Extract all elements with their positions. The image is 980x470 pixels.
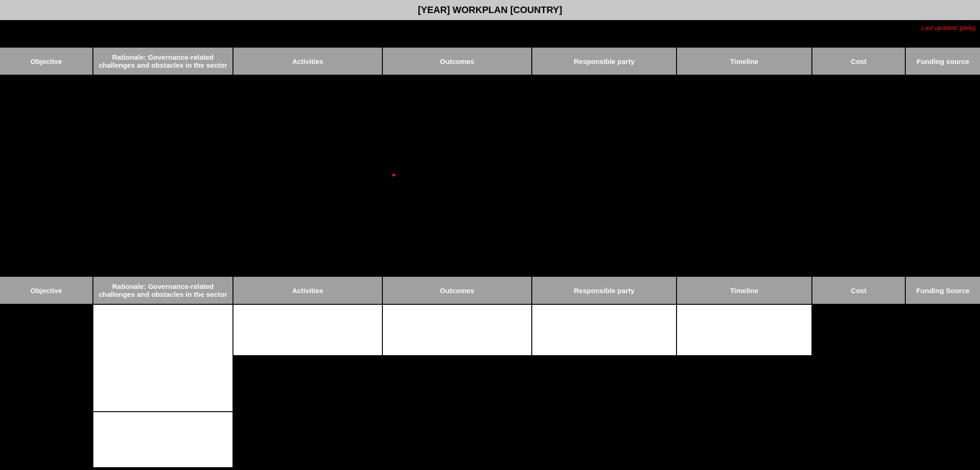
data-cell-responsible-row1[interactable] (532, 305, 677, 356)
page-container: [YEAR] WORKPLAN [COUNTRY] Last updated: … (0, 0, 980, 468)
header-activities-1: Activities (233, 48, 383, 76)
header-activities-2: Activities (233, 277, 383, 305)
data-cell-outcomes-row2[interactable] (383, 412, 532, 468)
data-cell-timeline-row1[interactable] (677, 305, 812, 356)
data-cell-funding-row2[interactable] (906, 412, 980, 468)
data-cell-rationale-row1[interactable] (93, 305, 233, 412)
header-timeline-2: Timeline (677, 277, 812, 305)
header-outcomes-1: Outcomes (383, 48, 532, 76)
data-cell-objective-row1[interactable] (0, 305, 93, 412)
data-cell-outcomes-row1[interactable] (383, 305, 532, 356)
header-funding-2: Funding Source (906, 277, 980, 305)
header-cost-2: Cost (812, 277, 906, 305)
black-content-area (0, 76, 980, 276)
data-cell-objective-row2-spacer (0, 412, 93, 468)
header-outcomes-2: Outcomes (383, 277, 532, 305)
header-row-2: Objective Rationale: Governance-related … (0, 276, 980, 305)
header-timeline-1: Timeline (677, 48, 812, 76)
date-row: Last updated: [date} (0, 21, 980, 34)
cursor (392, 174, 395, 176)
data-cell-timeline-row2[interactable] (677, 412, 812, 468)
black-spacer-1 (0, 34, 980, 47)
data-cell-funding-row1[interactable] (906, 305, 980, 356)
header-objective-2: Objective (0, 277, 93, 305)
data-cell-rationale-row2[interactable] (93, 412, 233, 468)
data-row-2 (0, 412, 980, 468)
data-row-1 (0, 305, 980, 412)
header-responsible-1: Responsible party (532, 48, 677, 76)
header-responsible-2: Responsible party (532, 277, 677, 305)
header-row-1: Objective Rationale: Governance-related … (0, 47, 980, 76)
header-rationale-2: Rationale: Governance-related challenges… (93, 277, 233, 305)
data-cell-activities-row2[interactable] (233, 412, 383, 468)
header-objective-1: Objective (0, 48, 93, 76)
header-funding-1: Funding source (906, 48, 980, 76)
last-updated-text: Last updated: [date} (921, 24, 975, 31)
data-cell-cost-row1[interactable] (812, 305, 906, 356)
header-rationale-1: Rationale: Governance-related challenges… (93, 48, 233, 76)
data-cell-responsible-row2[interactable] (532, 412, 677, 468)
data-cell-cost-row2[interactable] (812, 412, 906, 468)
page-title: [YEAR] WORKPLAN [COUNTRY] (0, 0, 980, 21)
data-cell-activities-row1[interactable] (233, 305, 383, 356)
header-cost-1: Cost (812, 48, 906, 76)
